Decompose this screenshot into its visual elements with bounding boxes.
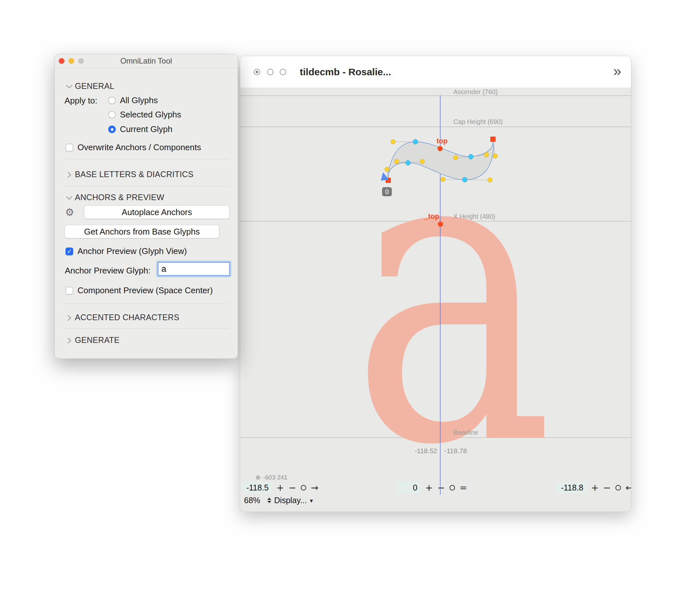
section-accented[interactable]: ACCENTED CHARACTERS bbox=[67, 313, 179, 322]
circle-icon[interactable] bbox=[615, 485, 621, 490]
section-anchors-preview[interactable]: ANCHORS & PREVIEW bbox=[67, 193, 164, 202]
radio-selected-glyphs[interactable]: Selected Glyphs bbox=[108, 110, 181, 120]
section-anchors-preview-label: ANCHORS & PREVIEW bbox=[75, 193, 164, 202]
panel-titlebar[interactable]: OmniLatin Tool bbox=[55, 54, 237, 68]
omnilatin-panel: OmniLatin Tool GENERAL Apply to: All Gly… bbox=[54, 54, 238, 359]
section-general[interactable]: GENERAL bbox=[67, 81, 115, 91]
window-zoom-button[interactable] bbox=[280, 69, 286, 75]
get-anchors-button[interactable]: Get Anchors from Base Glyphs bbox=[65, 225, 219, 238]
anchor-top-dot[interactable] bbox=[437, 146, 443, 151]
divider bbox=[64, 186, 229, 187]
increment-icon[interactable]: + bbox=[425, 483, 433, 492]
chevron-right-icon bbox=[65, 338, 71, 344]
chevron-down-icon bbox=[66, 194, 72, 199]
circle-icon[interactable] bbox=[301, 485, 306, 490]
left-sidebearing-group: -118.5 + − → bbox=[242, 482, 318, 493]
anchor-undertop-dot[interactable] bbox=[438, 222, 443, 227]
window-titlebar[interactable]: tildecmb - Rosalie... » bbox=[240, 56, 631, 88]
apply-to-label: Apply to: bbox=[64, 96, 97, 106]
radio-off-icon[interactable] bbox=[108, 111, 116, 118]
panel-close-button[interactable] bbox=[59, 58, 64, 64]
autoplace-anchors-button[interactable]: Autoplace Anchors bbox=[84, 206, 229, 219]
section-generate[interactable]: GENERATE bbox=[67, 335, 120, 345]
section-accented-label: ACCENTED CHARACTERS bbox=[75, 313, 179, 322]
anchor-glyph-input[interactable] bbox=[158, 262, 230, 276]
component-preview-checkbox-row[interactable]: Component Preview (Space Center) bbox=[65, 285, 213, 295]
divider bbox=[64, 328, 229, 329]
right-measurement: -118.78 bbox=[444, 447, 467, 455]
crosshair-icon: ⊕ bbox=[255, 474, 261, 481]
equals-icon[interactable]: = bbox=[460, 483, 467, 492]
cursor-coordinates: ⊕ -603 241 bbox=[255, 474, 288, 481]
checkbox-unchecked-icon[interactable] bbox=[65, 144, 73, 152]
arrow-right-icon[interactable]: → bbox=[311, 483, 318, 492]
anchor-undertop-label: _top bbox=[424, 212, 439, 220]
display-menu[interactable]: Display... ▾ bbox=[267, 496, 313, 505]
chevron-right-icon bbox=[65, 172, 71, 178]
right-sidebearing-group: -118.8 + − ← bbox=[557, 482, 631, 493]
radio-current-glyph-label: Current Glyph bbox=[120, 124, 172, 134]
anchor-preview-label: Anchor Preview (Glyph View) bbox=[78, 246, 187, 256]
expand-sidebar-icon[interactable]: » bbox=[613, 56, 621, 86]
increment-icon[interactable]: + bbox=[276, 483, 284, 492]
checkbox-checked-icon[interactable]: ✓ bbox=[65, 247, 73, 255]
section-general-label: GENERAL bbox=[75, 81, 115, 91]
desktop: OmniLatin Tool GENERAL Apply to: All Gly… bbox=[0, 0, 700, 593]
decrement-icon[interactable]: − bbox=[289, 483, 296, 492]
window-title: tildecmb - Rosalie... bbox=[300, 56, 391, 88]
circle-icon[interactable] bbox=[449, 485, 455, 490]
node-index-value: 0 bbox=[385, 188, 389, 195]
checkbox-unchecked-icon[interactable] bbox=[65, 287, 73, 294]
component-preview-label: Component Preview (Space Center) bbox=[78, 285, 213, 295]
width-group: 0 + − = bbox=[397, 482, 467, 493]
right-sidebearing-field[interactable]: -118.8 bbox=[557, 482, 586, 493]
radio-current-glyph[interactable]: Current Glyph bbox=[108, 124, 172, 134]
cursor-coordinates-value: -603 241 bbox=[263, 474, 288, 481]
x-height-label: X Height (480) bbox=[453, 213, 495, 220]
radio-off-icon[interactable] bbox=[108, 97, 116, 104]
width-field[interactable]: 0 bbox=[397, 482, 421, 493]
section-base-letters[interactable]: BASE LETTERS & DIACRITICS bbox=[67, 170, 193, 179]
glyph-canvas[interactable]: a bbox=[240, 88, 631, 512]
section-base-letters-label: BASE LETTERS & DIACRITICS bbox=[75, 170, 193, 179]
cap-height-label: Cap Height (690) bbox=[453, 118, 502, 125]
window-minimize-button[interactable] bbox=[267, 69, 273, 75]
panel-zoom-button bbox=[78, 58, 84, 64]
divider bbox=[64, 159, 229, 159]
left-measurement: -118.52 bbox=[409, 447, 437, 455]
baseline-label: Baseline bbox=[453, 429, 478, 436]
window-close-button[interactable] bbox=[254, 69, 260, 75]
updown-arrows-icon bbox=[267, 498, 271, 503]
zoom-row: 68% Display... ▾ bbox=[244, 496, 313, 505]
display-menu-label: Display... bbox=[274, 496, 307, 505]
anchor-glyph-label: Anchor Preview Glyph: bbox=[65, 266, 150, 276]
radio-on-icon[interactable] bbox=[108, 125, 116, 133]
chevron-down-icon bbox=[66, 82, 72, 88]
chevron-down-icon: ▾ bbox=[310, 497, 313, 504]
overwrite-checkbox-row[interactable]: Overwrite Anchors / Components bbox=[65, 143, 201, 153]
radio-selected-glyphs-label: Selected Glyphs bbox=[120, 110, 181, 120]
arrow-left-icon[interactable]: ← bbox=[625, 483, 631, 492]
decrement-icon[interactable]: − bbox=[437, 483, 445, 492]
panel-minimize-button[interactable] bbox=[69, 58, 74, 64]
overwrite-label: Overwrite Anchors / Components bbox=[78, 143, 201, 153]
glyph-edit-window: tildecmb - Rosalie... » a bbox=[240, 56, 631, 512]
radio-all-glyphs[interactable]: All Glyphs bbox=[108, 95, 158, 106]
chevron-right-icon bbox=[65, 315, 71, 321]
gear-icon[interactable]: ⚙ bbox=[65, 207, 74, 218]
anchor-preview-checkbox-row[interactable]: ✓ Anchor Preview (Glyph View) bbox=[65, 246, 187, 256]
increment-icon[interactable]: + bbox=[591, 483, 599, 492]
selected-corner-point[interactable] bbox=[490, 136, 495, 142]
section-generate-label: GENERATE bbox=[75, 335, 120, 345]
ascender-label: Ascender (760) bbox=[453, 88, 498, 96]
zoom-level[interactable]: 68% bbox=[244, 496, 260, 505]
anchor-top-label: top bbox=[437, 137, 447, 145]
divider bbox=[64, 304, 229, 304]
decrement-icon[interactable]: − bbox=[603, 483, 611, 492]
radio-all-glyphs-label: All Glyphs bbox=[120, 95, 158, 106]
left-sidebearing-field[interactable]: -118.5 bbox=[242, 482, 272, 493]
